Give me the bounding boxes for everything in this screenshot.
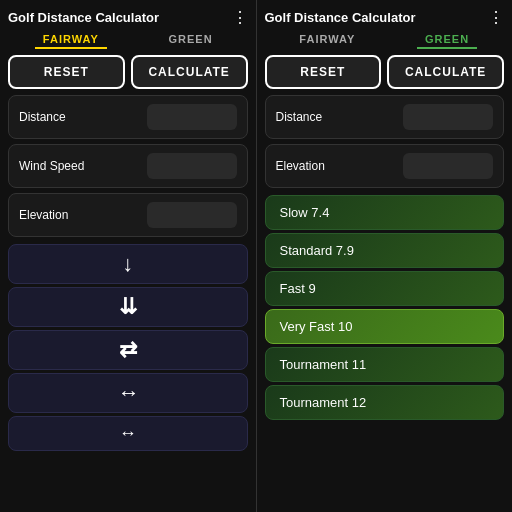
speed-item-1[interactable]: Standard 7.9 (265, 233, 505, 268)
right-reset-button[interactable]: RESET (265, 55, 382, 89)
left-reset-button[interactable]: RESET (8, 55, 125, 89)
left-menu-icon[interactable]: ⋮ (232, 8, 248, 27)
right-header: Golf Distance Calculator ⋮ (265, 8, 505, 27)
left-elevation-row: Elevation (8, 193, 248, 237)
speed-item-4[interactable]: Tournament 11 (265, 347, 505, 382)
right-elevation-input[interactable] (403, 153, 493, 179)
left-tabs: FAIRWAY GREEN (8, 31, 248, 49)
right-menu-icon[interactable]: ⋮ (488, 8, 504, 27)
speed-label-1: Standard 7.9 (280, 243, 354, 258)
left-calculate-button[interactable]: CALCULATE (131, 55, 248, 89)
right-app-title: Golf Distance Calculator (265, 10, 416, 25)
left-distance-label: Distance (19, 110, 66, 124)
left-elevation-label: Elevation (19, 208, 68, 222)
arrow-lr-cross-icon: ⇄ (119, 337, 137, 363)
speed-item-3[interactable]: Very Fast 10 (265, 309, 505, 344)
left-arrow-list: ↓ ⇊ ⇄ ↔ ↔ (8, 244, 248, 504)
speed-item-2[interactable]: Fast 9 (265, 271, 505, 306)
left-app-title: Golf Distance Calculator (8, 10, 159, 25)
arrow-lr-icon: ↔ (118, 380, 138, 406)
left-panel: Golf Distance Calculator ⋮ FAIRWAY GREEN… (0, 0, 256, 512)
right-calculate-button[interactable]: CALCULATE (387, 55, 504, 89)
right-panel: Golf Distance Calculator ⋮ FAIRWAY GREEN… (257, 0, 513, 512)
speed-label-5: Tournament 12 (280, 395, 367, 410)
speed-item-0[interactable]: Slow 7.4 (265, 195, 505, 230)
arrow-item-lr[interactable]: ↔ (8, 373, 248, 413)
speed-label-3: Very Fast 10 (280, 319, 353, 334)
speed-item-5[interactable]: Tournament 12 (265, 385, 505, 420)
left-distance-row: Distance (8, 95, 248, 139)
arrow-down-split-icon: ⇊ (119, 294, 137, 320)
right-speed-list: Slow 7.4Standard 7.9Fast 9Very Fast 10To… (265, 195, 505, 504)
arrow-small-lr-icon: ↔ (119, 423, 137, 444)
arrow-item-lr-cross[interactable]: ⇄ (8, 330, 248, 370)
right-tab-green[interactable]: GREEN (417, 31, 477, 49)
speed-label-2: Fast 9 (280, 281, 316, 296)
left-wind-input[interactable] (147, 153, 237, 179)
left-wind-row: Wind Speed (8, 144, 248, 188)
arrow-item-down-split[interactable]: ⇊ (8, 287, 248, 327)
left-wind-label: Wind Speed (19, 159, 84, 173)
left-distance-input[interactable] (147, 104, 237, 130)
left-elevation-input[interactable] (147, 202, 237, 228)
left-tab-fairway[interactable]: FAIRWAY (35, 31, 107, 49)
right-elevation-label: Elevation (276, 159, 325, 173)
right-buttons-row: RESET CALCULATE (265, 55, 505, 89)
left-header: Golf Distance Calculator ⋮ (8, 8, 248, 27)
right-distance-row: Distance (265, 95, 505, 139)
right-distance-input[interactable] (403, 104, 493, 130)
right-elevation-row: Elevation (265, 144, 505, 188)
arrow-down-icon: ↓ (122, 251, 133, 277)
speed-label-4: Tournament 11 (280, 357, 367, 372)
arrow-item-down[interactable]: ↓ (8, 244, 248, 284)
right-distance-label: Distance (276, 110, 323, 124)
speed-label-0: Slow 7.4 (280, 205, 330, 220)
left-tab-green[interactable]: GREEN (161, 31, 221, 49)
arrow-item-small-lr[interactable]: ↔ (8, 416, 248, 451)
right-tab-fairway[interactable]: FAIRWAY (291, 31, 363, 49)
left-buttons-row: RESET CALCULATE (8, 55, 248, 89)
right-tabs: FAIRWAY GREEN (265, 31, 505, 49)
